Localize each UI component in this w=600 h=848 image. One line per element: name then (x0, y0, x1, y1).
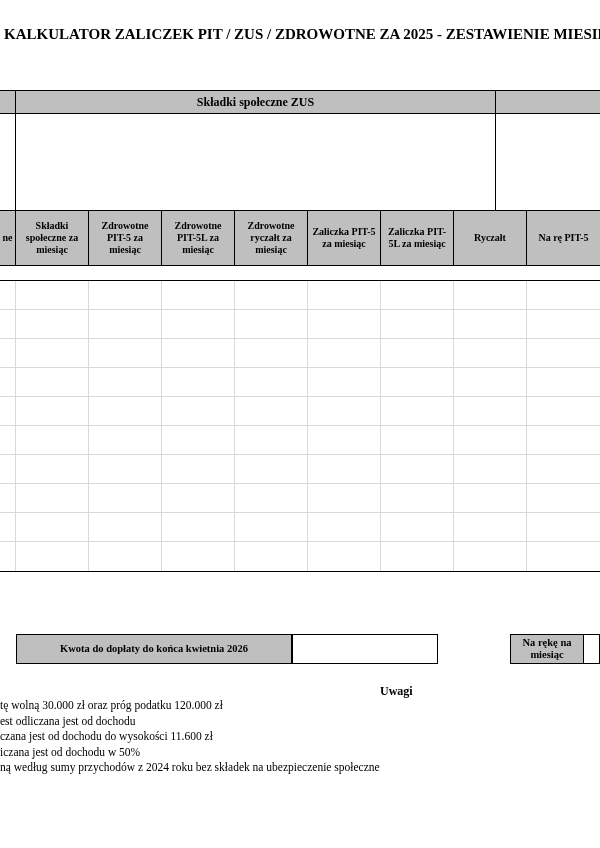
section-band: Składki społeczne ZUS (0, 90, 600, 114)
table-row (0, 455, 600, 484)
notes-block: tę wolną 30.000 zł oraz próg podatku 120… (0, 698, 600, 776)
open-right (496, 114, 600, 210)
table-row (0, 484, 600, 513)
table-row (0, 426, 600, 455)
surcharge-label: Kwota do dopłaty do końca kwietnia 2026 (16, 634, 292, 664)
table-row (0, 310, 600, 339)
col-zaliczka-pit5: Zaliczka PIT-5 za miesiąc (308, 211, 381, 265)
note-line: ną według sumy przychodów z 2024 roku be… (0, 760, 600, 776)
note-line: est odliczana jest od dochodu (0, 714, 600, 730)
remarks-heading: Uwagi (380, 684, 413, 699)
net-per-month-value (584, 634, 600, 664)
note-line: tę wolną 30.000 zł oraz próg podatku 120… (0, 698, 600, 714)
note-line: czana jest od dochodu do wysokości 11.60… (0, 729, 600, 745)
page: KALKULATOR ZALICZEK PIT / ZUS / ZDROWOTN… (0, 0, 600, 848)
table-row (0, 339, 600, 368)
col-right-stub: Na rę PIT-5 (527, 211, 600, 265)
table-row (0, 542, 600, 571)
col-zdrowotne-pit5: Zdrowotne PIT-5 za miesiąc (89, 211, 162, 265)
open-mid (16, 114, 496, 210)
open-block (0, 114, 600, 210)
footer-gap (438, 634, 510, 664)
page-title: KALKULATOR ZALICZEK PIT / ZUS / ZDROWOTN… (0, 26, 600, 43)
band-left-stub (0, 91, 16, 113)
open-left (0, 114, 16, 210)
col-skladki: Składki społeczne za miesiąc (16, 211, 89, 265)
table-row (0, 397, 600, 426)
band-right-stub (496, 91, 600, 113)
col-zdrowotne-pit5l: Zdrowotne PIT-5L za miesiąc (162, 211, 235, 265)
net-per-month-label: Na rękę na miesiąc (510, 634, 584, 664)
col-left-stub: ne (0, 211, 16, 265)
data-grid (0, 280, 600, 572)
surcharge-value (292, 634, 438, 664)
table-row (0, 368, 600, 397)
note-line: iczana jest od dochodu w 50% (0, 745, 600, 761)
table-row (0, 513, 600, 542)
column-headers: ne Składki społeczne za miesiąc Zdrowotn… (0, 210, 600, 266)
band-social-zus: Składki społeczne ZUS (16, 91, 496, 113)
footer-spacer (0, 634, 16, 664)
col-zaliczka-pit5l: Zaliczka PIT-5L za miesiąc (381, 211, 454, 265)
col-zdrowotne-ryczalt: Zdrowotne ryczałt za miesiąc (235, 211, 308, 265)
table-row (0, 281, 600, 310)
col-ryczalt: Ryczałt (454, 211, 527, 265)
footer-row: Kwota do dopłaty do końca kwietnia 2026 … (0, 634, 600, 664)
